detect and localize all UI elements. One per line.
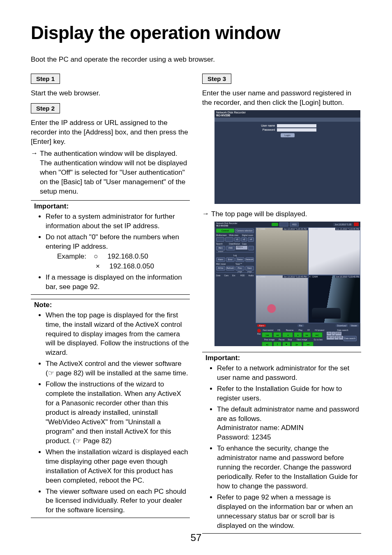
search-label: Search (216, 243, 228, 245)
wideview-button[interactable] (225, 237, 233, 242)
stop-button[interactable]: ■ (282, 342, 291, 346)
goto-last-button[interactable]: ▸● (303, 342, 314, 346)
note-item: Follow the instructions of the wizard to… (46, 380, 190, 446)
date-search-button[interactable]: Date search (344, 336, 357, 341)
reverse-button[interactable]: ◂ (282, 332, 293, 338)
pb-stop-label: Stop (286, 338, 293, 341)
arrow-icon: → (31, 149, 40, 197)
network-log-button[interactable]: Network (245, 257, 254, 262)
cam-timestamp: Jun.13.2010 *1:23:45 PM (283, 228, 307, 230)
model-name: WJ-NV200 (216, 224, 228, 227)
slot-indicator (279, 222, 288, 227)
copy-label: Copy (242, 243, 254, 245)
important-text: The default administrator name and passw… (217, 405, 359, 423)
vmd-button[interactable]: VMD (226, 246, 235, 250)
hdd-indicator: HDD (290, 222, 299, 227)
cam-label: 4 : CAM4 (309, 275, 318, 278)
status-rst[interactable]: Rst (297, 324, 304, 327)
note-item: The ActiveX control and the viewer softw… (46, 359, 190, 378)
pb-gotolast-label: Go to last (311, 338, 326, 341)
play-button[interactable]: ▸ (294, 332, 302, 338)
login-figure: Network Disk Recorder WJ-NV200 User name… (214, 110, 360, 204)
important-item: If a message is displayed on the informa… (46, 273, 190, 292)
step-3-text: Enter the user name and password registe… (202, 89, 361, 108)
hs-rewind-button[interactable]: ◂◂ (273, 332, 281, 338)
prev-page-button[interactable]: Prev page (235, 266, 244, 271)
datesearch-label: Date search (327, 329, 359, 331)
camera-view-2[interactable]: 2 : CAM2 Jun.13.2010 *1:23:45 PM (308, 227, 361, 275)
pb-hiforward-label: Hi forward (313, 329, 326, 331)
alarm-log-button[interactable]: Alarm (216, 257, 225, 262)
password-input[interactable] (277, 128, 316, 132)
camera-view-1[interactable]: 1 : CAM1 Jun.13.2010 *1:23:45 PM (256, 227, 308, 275)
username-input[interactable] (277, 124, 316, 127)
ng-icon: × (92, 261, 104, 271)
important-text: Do not attach "0" before the numbers whe… (46, 233, 179, 250)
top-page-figure: Network Disk Recorder WJ-NV200 HDD Jun.1… (214, 222, 360, 346)
hdd-select[interactable]: HDD ▾ (236, 246, 247, 250)
important-item: Refer to page 92 when a message is displ… (217, 493, 361, 531)
example-ok: 192.168.0.50 (108, 252, 148, 260)
step-3-label: Step 3 (202, 74, 231, 84)
all-list-button[interactable]: All list (216, 266, 225, 271)
page-title: Display the operation window (31, 23, 361, 43)
note-item: The viewer software used on each PC shou… (46, 487, 190, 516)
ff-button[interactable]: ▸▸ (303, 332, 311, 338)
status-log-button[interactable]: Status (235, 257, 244, 262)
col-audio: Audio (248, 274, 254, 277)
note-label: Note: (34, 301, 190, 309)
zoom-x4-button[interactable]: x4 (248, 237, 254, 242)
log-label: Log (216, 254, 254, 257)
time-ampm-select[interactable]: AM 12 (327, 336, 334, 340)
pb-play-label: Play (297, 329, 304, 331)
zoom-x1-button[interactable]: x1 (234, 237, 240, 242)
time-sec-select[interactable]: 00 (339, 336, 343, 340)
col-cam: Cam (224, 274, 230, 277)
intro-text: Boot the PC and operate the recorder usi… (31, 56, 361, 64)
date-month-select[interactable]: Jun (327, 332, 332, 335)
username-label: User name (259, 124, 275, 127)
total-label: Total ** (235, 263, 254, 265)
pause-button[interactable]: || (273, 342, 281, 346)
datemotion-label: Date/Motion (229, 243, 241, 245)
note-item: When the top page is displayed for the f… (46, 311, 190, 358)
date-year-select[interactable]: 2010 (335, 332, 341, 335)
cam-label: 2 : CAM2 (309, 228, 318, 230)
camera-view-4[interactable]: 4 : CAM4 Jun.13.2010 *1:23:45 PM (308, 275, 361, 323)
example-label: Example: (57, 252, 86, 260)
date-day-select[interactable]: 1 (332, 332, 335, 335)
download-button[interactable]: Download (336, 324, 348, 327)
pb-fastrewind-label: Fast rewind (262, 329, 274, 331)
hi-forward-button[interactable]: ▸▸| (312, 332, 323, 338)
fast-rewind-button[interactable]: |◂◂ (262, 332, 272, 338)
time-min-select[interactable]: 00 (334, 336, 339, 340)
password-label: Password (259, 128, 275, 131)
cam-timestamp: Jun.13.2010 *1:23:45 PM (335, 228, 360, 230)
after-login-text: The top page will be displayed. (211, 210, 361, 219)
ok-icon: ○ (90, 252, 101, 261)
rec-event-button[interactable]: REC event (216, 246, 225, 250)
step-1-label: Step 1 (31, 74, 60, 84)
important-item: Refer to a network administrator for the… (217, 364, 361, 383)
camera-view-3[interactable]: 3 : CAM3 Jun.13.2010 *1:23:45 PM (256, 275, 308, 323)
clock: Jun.13.2010 *1:35 (333, 223, 353, 226)
viewer-button[interactable]: Viewer (349, 324, 359, 327)
prev-image-button[interactable]: ◂|| (262, 342, 272, 346)
error-log-button[interactable]: Error (226, 257, 235, 262)
rec-button-icon[interactable] (257, 329, 261, 333)
camera-selection-tab[interactable]: Camera selection (235, 229, 254, 233)
admin-pass-line: Password: 12345 (217, 433, 271, 441)
login-button[interactable]: Login (281, 133, 295, 137)
pb-pause-label: Pause (278, 338, 285, 341)
next-image-button[interactable]: ||▸ (291, 342, 302, 346)
pb-nextimage-label: Next image (294, 338, 309, 341)
copy-button[interactable] (248, 246, 254, 250)
next-page-button[interactable]: Next page (245, 266, 254, 271)
pb-ff-label: FF (305, 329, 312, 331)
control-tab[interactable]: Control (216, 229, 234, 233)
step-2-text: Enter the IP address or URL assigned to … (31, 118, 190, 147)
zoom-x2-button[interactable]: x2 (241, 237, 247, 242)
example-ng: 192.168.0.050 (109, 262, 154, 270)
multiscreen-button[interactable] (216, 237, 224, 242)
refresh-button[interactable]: Refresh (226, 266, 235, 271)
